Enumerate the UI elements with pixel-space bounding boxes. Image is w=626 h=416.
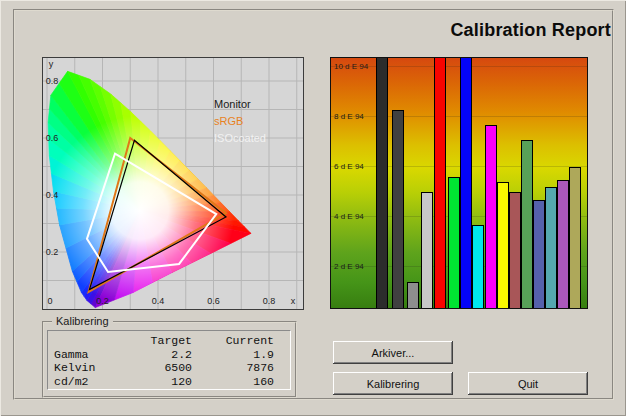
table-cell: 2.2 (112, 348, 192, 362)
delta-e-bar (533, 200, 545, 309)
table-cell: 6500 (112, 361, 192, 375)
table-header-row: TargetCurrent (54, 334, 290, 348)
delta-e-bar-chart: 10 d E 948 d E 946 d E 944 d E 942 d E 9… (330, 57, 588, 309)
axis-tick-label: 0.2 (46, 247, 59, 257)
gridline (331, 66, 587, 67)
kalibrering-groupbox: Kalibrering TargetCurrentGamma2.21.9Kelv… (42, 321, 297, 398)
axis-tick-label: x (291, 296, 296, 306)
gridline (331, 166, 587, 167)
table-cell: 7876 (192, 361, 274, 375)
axis-tick-label: 0.8 (46, 76, 59, 86)
table-cell: 160 (192, 375, 274, 389)
axis-tick-label: 0.2 (96, 296, 109, 306)
table-row: Gamma2.21.9 (54, 348, 290, 362)
delta-e-bar (421, 192, 433, 308)
delta-e-bar (557, 180, 569, 309)
cie-chromaticity-chart: yx00.20.40.60.80.20.40.60.8 MonitorsRGBI… (42, 57, 304, 310)
axis-tick-label: 0 (47, 296, 52, 306)
delta-e-bar (569, 167, 581, 308)
delta-e-bar (448, 177, 460, 308)
y-tick-label: 2 d E 94 (334, 261, 364, 270)
table-cell: 1.9 (192, 348, 274, 362)
delta-e-bar (392, 110, 404, 309)
delta-e-bar (497, 182, 509, 308)
table-cell: Current (192, 334, 274, 348)
delta-e-bar (509, 192, 521, 308)
axis-tick-label: 0.6 (207, 296, 220, 306)
delta-e-bar (376, 58, 388, 308)
cie-legend: MonitorsRGBISOcoated (214, 96, 266, 147)
calibration-report-window: Calibration Report yx00.20.40.60.80.20.4… (0, 0, 626, 416)
y-tick-label: 4 d E 94 (334, 211, 364, 220)
groupbox-label: Kalibrering (52, 315, 113, 327)
table-cell (54, 334, 112, 348)
legend-item-isocoated: ISOcoated (214, 130, 266, 147)
axis-tick-label: 0.4 (46, 190, 59, 200)
page-title: Calibration Report (450, 20, 611, 41)
delta-e-bar (485, 125, 497, 309)
archive-button[interactable]: Arkiver... (333, 341, 453, 364)
legend-item-monitor: Monitor (214, 96, 266, 113)
delta-e-bar (545, 187, 557, 308)
axis-tick-label: 0.6 (46, 133, 59, 143)
legend-item-srgb: sRGB (214, 113, 266, 130)
delta-e-bar (434, 58, 446, 308)
table-cell: Gamma (54, 348, 112, 362)
table-cell: cd/m2 (54, 375, 112, 389)
calibrate-button[interactable]: Kalibrering (333, 372, 453, 395)
quit-button[interactable]: Quit (468, 372, 588, 395)
table-row: Kelvin65007876 (54, 361, 290, 375)
table-cell: 120 (112, 375, 192, 389)
table-row: cd/m2120160 (54, 375, 290, 389)
y-tick-label: 8 d E 94 (334, 111, 364, 120)
delta-e-bar (521, 140, 533, 309)
axis-tick-label: 0.8 (263, 296, 276, 306)
table-cell: Target (112, 334, 192, 348)
delta-e-bar (472, 225, 484, 309)
axis-tick-label: 0.4 (152, 296, 165, 306)
delta-e-bar (460, 58, 472, 308)
y-tick-label: 10 d E 94 (334, 61, 368, 70)
calibration-table: TargetCurrentGamma2.21.9Kelvin65007876cd… (47, 330, 291, 390)
axis-tick-label: y (49, 59, 54, 69)
gridline (331, 116, 587, 117)
table-cell: Kelvin (54, 361, 112, 375)
delta-e-bar (407, 282, 419, 308)
y-tick-label: 6 d E 94 (334, 161, 364, 170)
